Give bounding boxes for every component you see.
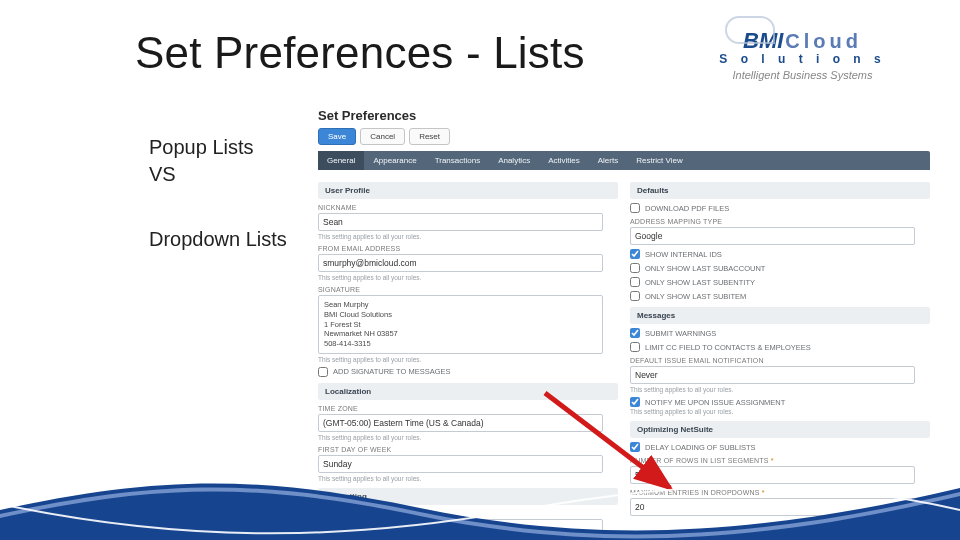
label-timezone: TIME ZONE — [318, 405, 618, 412]
checkbox-only-subitem[interactable]: ONLY SHOW LAST SUBITEM — [630, 291, 930, 301]
checkbox-only-subaccount-input[interactable] — [630, 263, 640, 273]
input-from-email[interactable] — [318, 254, 603, 272]
sig-line: Newmarket NH 03857 — [324, 329, 597, 339]
logo-tagline: Intelligent Business Systems — [675, 69, 930, 81]
checkbox-delay-sublists-label: DELAY LOADING OF SUBLISTS — [645, 443, 756, 452]
checkbox-show-ids[interactable]: SHOW INTERNAL IDS — [630, 249, 930, 259]
checkbox-notify-issue-label: NOTIFY ME UPON ISSUE ASSIGNMENT — [645, 398, 785, 407]
checkbox-only-subaccount[interactable]: ONLY SHOW LAST SUBACCOUNT — [630, 263, 930, 273]
cloud-icon — [725, 16, 775, 44]
checkbox-delay-sublists[interactable]: DELAY LOADING OF SUBLISTS — [630, 442, 930, 452]
tab-appearance[interactable]: Appearance — [364, 151, 425, 170]
checkbox-only-subentity-input[interactable] — [630, 277, 640, 287]
panel-heading: Set Preferences — [318, 108, 930, 123]
checkbox-download-pdf[interactable]: DOWNLOAD PDF FILES — [630, 203, 930, 213]
logo-solutions: S o l u t i o n s — [675, 52, 930, 66]
checkbox-only-subentity-label: ONLY SHOW LAST SUBENTITY — [645, 278, 755, 287]
sig-line: BMI Cloud Solutions — [324, 310, 597, 320]
checkbox-add-signature-input[interactable] — [318, 367, 328, 377]
label-signature: SIGNATURE — [318, 286, 618, 293]
cancel-button[interactable]: Cancel — [360, 128, 405, 145]
tab-analytics[interactable]: Analytics — [489, 151, 539, 170]
section-user-profile: User Profile — [318, 182, 618, 199]
help-notify-issue: This setting applies to all your roles. — [630, 408, 930, 415]
help-from-email: This setting applies to all your roles. — [318, 274, 618, 281]
label-nickname: NICKNAME — [318, 204, 618, 211]
checkbox-show-ids-input[interactable] — [630, 249, 640, 259]
reset-button[interactable]: Reset — [409, 128, 450, 145]
label-default-issue: DEFAULT ISSUE EMAIL NOTIFICATION — [630, 357, 930, 364]
checkbox-submit-warnings-label: SUBMIT WARNINGS — [645, 329, 716, 338]
annotation-line1: Popup Lists — [149, 136, 254, 158]
save-button[interactable]: Save — [318, 128, 356, 145]
annotation-dropdown: Dropdown Lists — [149, 228, 287, 251]
checkbox-add-signature[interactable]: ADD SIGNATURE TO MESSAGES — [318, 367, 618, 377]
checkbox-submit-warnings-input[interactable] — [630, 328, 640, 338]
button-row: Save Cancel Reset — [318, 128, 930, 145]
wave-decoration — [0, 470, 960, 540]
label-rows-segments: NUMBER OF ROWS IN LIST SEGMENTS * — [630, 457, 930, 464]
logo: BMI Cloud S o l u t i o n s Intelligent … — [675, 28, 930, 81]
checkbox-limit-cc-input[interactable] — [630, 342, 640, 352]
input-nickname[interactable] — [318, 213, 603, 231]
help-signature: This setting applies to all your roles. — [318, 356, 618, 363]
checkbox-download-pdf-label: DOWNLOAD PDF FILES — [645, 204, 729, 213]
tab-general[interactable]: General — [318, 151, 364, 170]
checkbox-submit-warnings[interactable]: SUBMIT WARNINGS — [630, 328, 930, 338]
help-nickname: This setting applies to all your roles. — [318, 233, 618, 240]
section-defaults: Defaults — [630, 182, 930, 199]
asterisk-icon: * — [771, 457, 774, 464]
help-default-issue: This setting applies to all your roles. — [630, 386, 930, 393]
checkbox-only-subitem-input[interactable] — [630, 291, 640, 301]
section-messages: Messages — [630, 307, 930, 324]
slide-title: Set Preferences - Lists — [135, 28, 585, 78]
checkbox-delay-sublists-input[interactable] — [630, 442, 640, 452]
checkbox-add-signature-label: ADD SIGNATURE TO MESSAGES — [333, 367, 451, 376]
checkbox-download-pdf-input[interactable] — [630, 203, 640, 213]
signature-box[interactable]: Sean Murphy BMI Cloud Solutions 1 Forest… — [318, 295, 603, 354]
checkbox-limit-cc[interactable]: LIMIT CC FIELD TO CONTACTS & EMPLOYEES — [630, 342, 930, 352]
checkbox-notify-issue[interactable]: NOTIFY ME UPON ISSUE ASSIGNMENT — [630, 397, 930, 407]
label-address-mapping: ADDRESS MAPPING TYPE — [630, 218, 930, 225]
sig-line: 508-414-3315 — [324, 339, 597, 349]
tab-alerts[interactable]: Alerts — [589, 151, 627, 170]
sig-line: Sean Murphy — [324, 300, 597, 310]
checkbox-show-ids-label: SHOW INTERNAL IDS — [645, 250, 722, 259]
checkbox-limit-cc-label: LIMIT CC FIELD TO CONTACTS & EMPLOYEES — [645, 343, 811, 352]
preferences-panel: Set Preferences Save Cancel Reset Genera… — [318, 108, 930, 518]
slide: Set Preferences - Lists BMI Cloud S o l … — [0, 0, 960, 540]
section-localization: Localization — [318, 383, 618, 400]
annotation-popup-vs: Popup Lists VS — [149, 134, 254, 188]
logo-cloud: Cloud — [785, 30, 862, 53]
checkbox-only-subaccount-label: ONLY SHOW LAST SUBACCOUNT — [645, 264, 765, 273]
checkbox-only-subitem-label: ONLY SHOW LAST SUBITEM — [645, 292, 746, 301]
tab-transactions[interactable]: Transactions — [426, 151, 490, 170]
annotation-line2: VS — [149, 163, 176, 185]
label-from-email: FROM EMAIL ADDRESS — [318, 245, 618, 252]
help-timezone: This setting applies to all your roles. — [318, 434, 618, 441]
label-fdow: FIRST DAY OF WEEK — [318, 446, 618, 453]
select-timezone[interactable] — [318, 414, 603, 432]
sig-line: 1 Forest St — [324, 320, 597, 330]
section-optimizing: Optimizing NetSuite — [630, 421, 930, 438]
select-address-mapping[interactable] — [630, 227, 915, 245]
tab-restrict-view[interactable]: Restrict View — [627, 151, 692, 170]
select-default-issue[interactable] — [630, 366, 915, 384]
tab-bar: General Appearance Transactions Analytic… — [318, 151, 930, 170]
checkbox-only-subentity[interactable]: ONLY SHOW LAST SUBENTITY — [630, 277, 930, 287]
checkbox-notify-issue-input[interactable] — [630, 397, 640, 407]
tab-activities[interactable]: Activities — [539, 151, 589, 170]
